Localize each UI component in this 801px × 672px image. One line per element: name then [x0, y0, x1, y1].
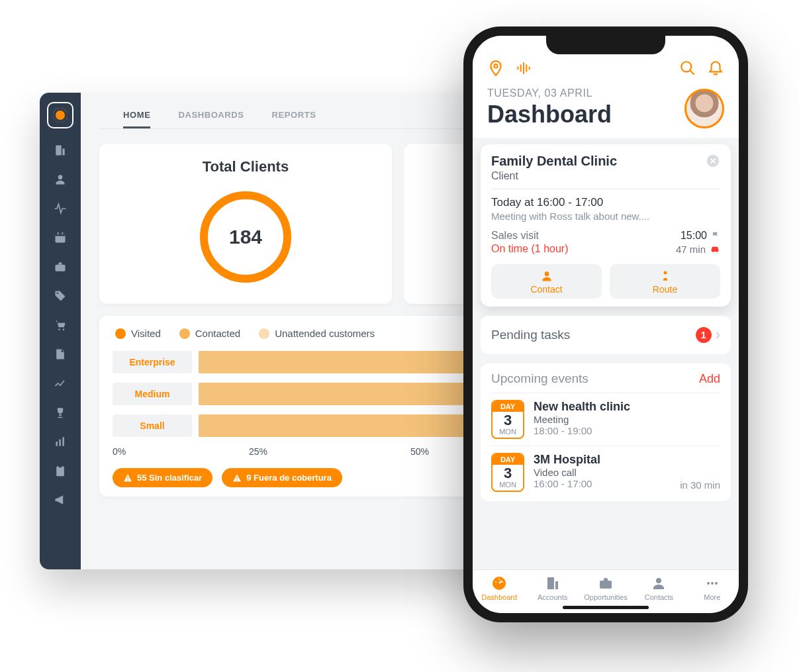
- chevron-right-icon: ›: [716, 326, 720, 344]
- svg-rect-10: [59, 440, 61, 446]
- trophy-icon[interactable]: [50, 405, 70, 420]
- svg-point-35: [711, 582, 714, 585]
- svg-rect-13: [59, 465, 62, 467]
- event-desc: Meeting with Ross talk about new....: [491, 211, 720, 222]
- pending-count-badge: 1: [696, 327, 712, 343]
- phone-header: TUESDAY, 03 APRIL Dashboard: [473, 83, 739, 138]
- tab-dashboard[interactable]: Dashboard: [473, 575, 526, 601]
- svg-rect-5: [56, 265, 66, 271]
- pending-tasks-row[interactable]: Pending tasks 1 ›: [481, 316, 731, 354]
- svg-point-25: [716, 251, 718, 252]
- bar-label: Enterprise: [113, 351, 192, 373]
- phone-notch: [546, 36, 665, 54]
- close-icon[interactable]: [706, 154, 720, 171]
- tab-opportunities[interactable]: Opportunities: [579, 575, 632, 601]
- tag-icon[interactable]: [50, 289, 70, 303]
- tab-label: Dashboard: [481, 593, 517, 601]
- svg-rect-2: [56, 234, 66, 236]
- cart-icon[interactable]: [50, 318, 70, 332]
- legend-unattended: Unattended customers: [259, 328, 375, 339]
- visit-eta: 47 min: [676, 244, 706, 255]
- upcoming-events-section: Upcoming events Add DAY 3 MON New health…: [481, 363, 731, 501]
- svg-point-30: [498, 579, 500, 580]
- voice-icon[interactable]: [515, 60, 532, 79]
- tab-more[interactable]: More: [686, 575, 739, 601]
- user-icon[interactable]: [50, 172, 70, 187]
- svg-point-33: [656, 578, 661, 583]
- note-icon[interactable]: [50, 347, 70, 361]
- svg-point-36: [715, 582, 718, 585]
- svg-rect-12: [56, 466, 64, 476]
- route-button[interactable]: Route: [610, 264, 720, 299]
- warning-pill-out-of-coverage[interactable]: 9 Fuera de cobertura: [222, 468, 342, 487]
- event-time: 16:00 - 17:00: [534, 478, 671, 489]
- briefcase-icon[interactable]: [50, 260, 70, 274]
- svg-rect-9: [56, 442, 58, 446]
- megaphone-icon[interactable]: [50, 493, 70, 507]
- visit-status: On time (1 hour): [491, 243, 568, 255]
- event-title: 3M Hospital: [534, 453, 671, 467]
- activity-icon[interactable]: [50, 201, 70, 216]
- svg-rect-19: [237, 477, 238, 479]
- tab-accounts[interactable]: Accounts: [526, 575, 579, 601]
- upcoming-event-item[interactable]: DAY 3 MON 3M Hospital Video call 16:00 -…: [491, 446, 720, 499]
- svg-point-31: [502, 581, 503, 583]
- avatar[interactable]: [684, 89, 724, 128]
- axis-tick: 25%: [192, 446, 324, 457]
- svg-rect-3: [58, 232, 59, 234]
- app-logo[interactable]: [47, 102, 73, 128]
- upcoming-event-item[interactable]: DAY 3 MON New health clinic Meeting 18:0…: [491, 393, 720, 446]
- tab-contacts[interactable]: Contacts: [632, 575, 685, 601]
- event-when: Today at 16:00 - 17:00: [491, 196, 720, 209]
- event-type: Client: [491, 170, 617, 182]
- event-time: 18:00 - 19:00: [534, 425, 711, 436]
- svg-point-7: [58, 328, 60, 330]
- legend-visited: Visited: [115, 328, 161, 339]
- home-indicator[interactable]: [563, 606, 649, 609]
- event-name: Family Dental Clinic: [491, 154, 617, 169]
- bell-icon[interactable]: [707, 60, 724, 79]
- card-title: Total Clients: [203, 158, 289, 175]
- tab-dashboards[interactable]: DASHBOARDS: [178, 105, 244, 128]
- tab-reports[interactable]: REPORTS: [272, 105, 316, 128]
- flag-icon: [711, 231, 720, 240]
- svg-point-26: [544, 271, 549, 276]
- user-icon: [651, 575, 667, 591]
- svg-point-21: [494, 64, 497, 68]
- phone-screen: TUESDAY, 03 APRIL Dashboard Family Denta…: [473, 36, 739, 613]
- gauge-icon: [491, 575, 507, 591]
- tab-label: Opportunities: [584, 593, 627, 601]
- add-event-button[interactable]: Add: [699, 372, 720, 386]
- svg-rect-4: [62, 232, 64, 234]
- total-clients-ring: 184: [196, 187, 295, 287]
- header-title: Dashboard: [487, 101, 612, 128]
- svg-point-0: [58, 175, 63, 179]
- building-icon[interactable]: [50, 143, 70, 158]
- chart-line-icon[interactable]: [50, 376, 70, 391]
- tab-label: More: [704, 593, 720, 601]
- svg-rect-17: [127, 477, 128, 479]
- button-label: Route: [653, 284, 677, 295]
- search-icon[interactable]: [679, 60, 696, 79]
- bar-chart-icon[interactable]: [50, 434, 70, 449]
- tab-home[interactable]: HOME: [123, 105, 150, 128]
- location-icon[interactable]: [487, 60, 504, 79]
- calendar-icon[interactable]: [50, 230, 70, 245]
- dots-icon: [704, 575, 720, 591]
- svg-rect-18: [127, 479, 128, 480]
- date-badge: DAY 3 MON: [491, 400, 524, 439]
- card-total-clients: Total Clients 184: [99, 144, 392, 304]
- pill-label: 55 Sin clasificar: [137, 473, 202, 483]
- car-icon: [710, 244, 720, 254]
- phone-frame: TUESDAY, 03 APRIL Dashboard Family Denta…: [463, 26, 748, 622]
- warning-pill-unclassified[interactable]: 55 Sin clasificar: [113, 468, 212, 487]
- contact-button[interactable]: Contact: [491, 264, 602, 299]
- current-event-card[interactable]: Family Dental Clinic Client Today at 16:…: [481, 144, 731, 307]
- bar-label: Medium: [113, 383, 192, 405]
- briefcase-icon: [598, 575, 614, 591]
- bar-label: Small: [113, 414, 192, 437]
- svg-rect-11: [62, 437, 64, 446]
- svg-point-27: [663, 271, 667, 275]
- desktop-sidebar: [40, 93, 81, 569]
- clipboard-icon[interactable]: [50, 463, 70, 478]
